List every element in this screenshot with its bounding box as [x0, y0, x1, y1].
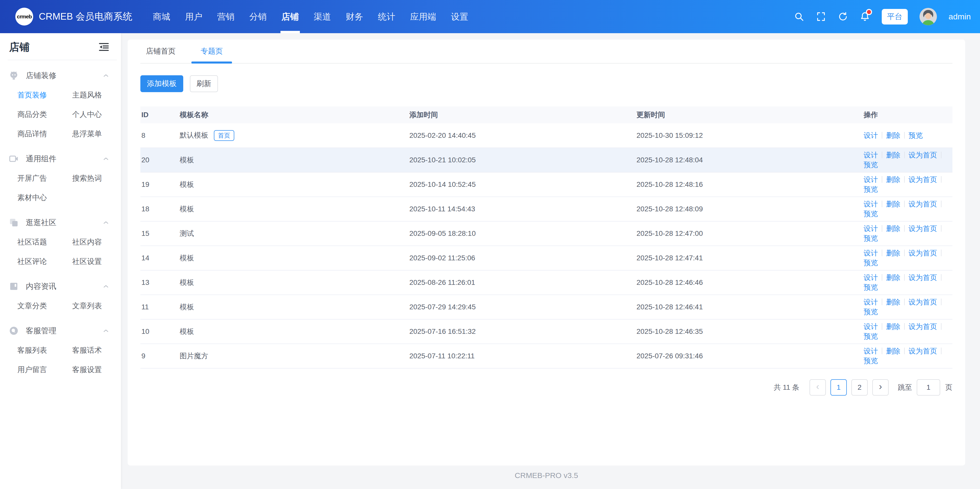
search-icon[interactable] — [794, 11, 804, 22]
sidebar-item-主题风格[interactable]: 主题风格 — [72, 85, 113, 105]
action-设为首页[interactable]: 设为首页 — [908, 347, 937, 355]
action-设为首页[interactable]: 设为首页 — [908, 200, 937, 208]
sidebar-item-社区设置[interactable]: 社区设置 — [72, 252, 113, 271]
action-删除[interactable]: 删除 — [886, 298, 900, 306]
components-icon — [8, 153, 19, 164]
action-预览[interactable]: 预览 — [864, 332, 878, 340]
platform-badge[interactable]: 平台 — [882, 9, 908, 24]
sidebar-section-header[interactable]: 内容资讯 — [0, 277, 121, 296]
tab-店铺首页[interactable]: 店铺首页 — [140, 40, 181, 63]
sidebar-item-文章分类[interactable]: 文章分类 — [18, 296, 72, 315]
action-separator — [904, 347, 905, 354]
refresh-button[interactable]: 刷新 — [190, 75, 218, 92]
sidebar-section-header[interactable]: 客服管理 — [0, 321, 121, 341]
action-删除[interactable]: 删除 — [886, 274, 900, 282]
nav-item-财务[interactable]: 财务 — [339, 0, 371, 33]
sidebar-section-header[interactable]: 店铺装修 — [0, 66, 121, 85]
sidebar-item-个人中心[interactable]: 个人中心 — [72, 105, 113, 124]
action-删除[interactable]: 删除 — [886, 225, 900, 233]
action-设计[interactable]: 设计 — [864, 151, 878, 159]
action-预览[interactable]: 预览 — [864, 210, 878, 218]
action-预览[interactable]: 预览 — [864, 185, 878, 193]
action-删除[interactable]: 删除 — [886, 347, 900, 355]
nav-item-用户[interactable]: 用户 — [178, 0, 210, 33]
action-设为首页[interactable]: 设为首页 — [908, 151, 937, 159]
action-预览[interactable]: 预览 — [864, 283, 878, 291]
action-删除[interactable]: 删除 — [886, 131, 900, 139]
action-删除[interactable]: 删除 — [886, 323, 900, 331]
sidebar-item-社区话题[interactable]: 社区话题 — [18, 232, 72, 252]
chevron-up-icon[interactable] — [102, 327, 110, 334]
sidebar-item-客服话术[interactable]: 客服话术 — [72, 341, 113, 360]
nav-item-分销[interactable]: 分销 — [242, 0, 274, 33]
action-删除[interactable]: 删除 — [886, 249, 900, 257]
action-设为首页[interactable]: 设为首页 — [908, 274, 937, 282]
sidebar-item-文章列表[interactable]: 文章列表 — [72, 296, 113, 315]
chevron-up-icon[interactable] — [102, 219, 110, 226]
avatar[interactable] — [920, 8, 937, 25]
action-设计[interactable]: 设计 — [864, 249, 878, 257]
sidebar-item-客服设置[interactable]: 客服设置 — [72, 360, 113, 379]
nav-item-设置[interactable]: 设置 — [444, 0, 476, 33]
action-设为首页[interactable]: 设为首页 — [908, 225, 937, 233]
action-设计[interactable]: 设计 — [864, 323, 878, 331]
sidebar-item-社区评论[interactable]: 社区评论 — [18, 252, 72, 271]
sidebar-item-搜索热词[interactable]: 搜索热词 — [72, 169, 113, 188]
cell-actions: 设计删除设为首页预览 — [862, 172, 953, 197]
sidebar-item-开屏广告[interactable]: 开屏广告 — [18, 169, 72, 188]
jump-page-input[interactable] — [917, 379, 940, 396]
nav-item-商城[interactable]: 商城 — [145, 0, 178, 33]
action-设为首页[interactable]: 设为首页 — [908, 249, 937, 257]
action-设为首页[interactable]: 设为首页 — [908, 323, 937, 331]
nav-item-营销[interactable]: 营销 — [210, 0, 242, 33]
sidebar-section-header[interactable]: 通用组件 — [0, 149, 121, 169]
action-设计[interactable]: 设计 — [864, 131, 878, 139]
page-button-2[interactable]: 2 — [851, 379, 868, 396]
next-page-button[interactable]: › — [872, 379, 889, 396]
refresh-icon[interactable] — [838, 11, 848, 22]
sidebar-item-素材中心[interactable]: 素材中心 — [18, 188, 72, 207]
action-设计[interactable]: 设计 — [864, 298, 878, 306]
action-删除[interactable]: 删除 — [886, 175, 900, 183]
add-template-button[interactable]: 添加模板 — [140, 75, 183, 92]
nav-item-应用端[interactable]: 应用端 — [403, 0, 444, 33]
action-设计[interactable]: 设计 — [864, 274, 878, 282]
chevron-up-icon[interactable] — [102, 282, 110, 290]
action-预览[interactable]: 预览 — [864, 234, 878, 242]
action-设计[interactable]: 设计 — [864, 200, 878, 208]
action-设为首页[interactable]: 设为首页 — [908, 298, 937, 306]
action-设计[interactable]: 设计 — [864, 175, 878, 183]
nav-item-店铺[interactable]: 店铺 — [274, 0, 306, 33]
nav-item-统计[interactable]: 统计 — [371, 0, 403, 33]
sidebar-item-用户留言[interactable]: 用户留言 — [18, 360, 72, 379]
action-设计[interactable]: 设计 — [864, 347, 878, 355]
action-预览[interactable]: 预览 — [864, 259, 878, 267]
chevron-up-icon[interactable] — [102, 155, 110, 162]
action-设为首页[interactable]: 设为首页 — [908, 175, 937, 183]
sidebar-item-商品详情[interactable]: 商品详情 — [18, 124, 72, 143]
username[interactable]: admin — [948, 12, 971, 21]
action-separator — [904, 274, 905, 281]
chevron-up-icon[interactable] — [102, 72, 110, 80]
sidebar-item-悬浮菜单[interactable]: 悬浮菜单 — [72, 124, 113, 143]
action-设计[interactable]: 设计 — [864, 225, 878, 233]
sidebar-item-社区内容[interactable]: 社区内容 — [72, 232, 113, 252]
fullscreen-icon[interactable] — [816, 11, 826, 22]
action-预览[interactable]: 预览 — [864, 357, 878, 365]
action-预览[interactable]: 预览 — [908, 131, 923, 139]
action-预览[interactable]: 预览 — [864, 161, 878, 169]
action-删除[interactable]: 删除 — [886, 200, 900, 208]
sidebar-item-首页装修[interactable]: 首页装修 — [18, 85, 72, 105]
prev-page-button[interactable]: ‹ — [810, 379, 826, 396]
tab-专题页[interactable]: 专题页 — [191, 40, 232, 63]
sidebar-section-header[interactable]: 逛逛社区 — [0, 213, 121, 232]
notification-bell-icon[interactable] — [860, 11, 870, 22]
page-button-1[interactable]: 1 — [830, 379, 847, 396]
cell-actions: 设计删除设为首页预览 — [862, 148, 953, 172]
action-预览[interactable]: 预览 — [864, 308, 878, 316]
sidebar-item-商品分类[interactable]: 商品分类 — [18, 105, 72, 124]
sidebar-item-客服列表[interactable]: 客服列表 — [18, 341, 72, 360]
nav-item-渠道[interactable]: 渠道 — [306, 0, 339, 33]
action-删除[interactable]: 删除 — [886, 151, 900, 159]
menu-fold-icon[interactable] — [98, 41, 110, 53]
